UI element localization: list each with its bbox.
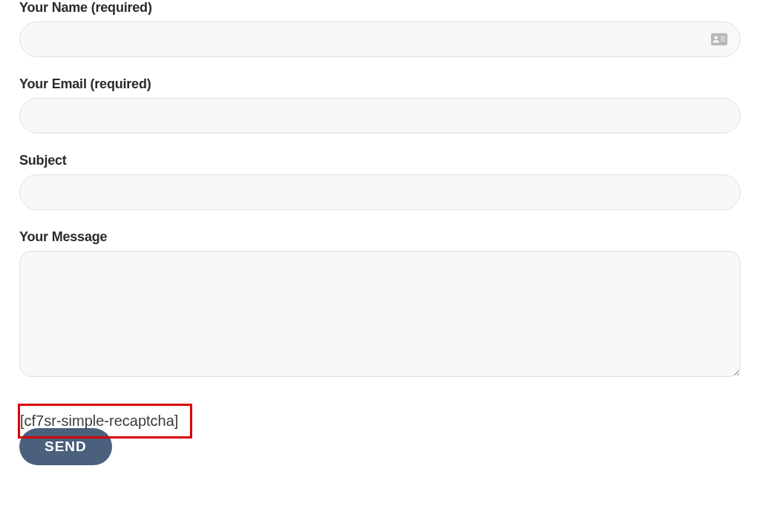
name-label: Your Name (required)	[19, 0, 741, 16]
name-input-wrap	[19, 22, 741, 57]
message-label: Your Message	[19, 229, 741, 245]
message-field-group: Your Message	[19, 229, 741, 380]
subject-input[interactable]	[19, 174, 741, 210]
email-input-wrap	[19, 98, 741, 134]
subject-field-group: Subject	[19, 153, 741, 210]
name-field-group: Your Name (required)	[19, 0, 741, 57]
email-input[interactable]	[19, 98, 741, 134]
captcha-shortcode: [cf7sr-simple-recaptcha]	[18, 404, 192, 439]
subject-input-wrap	[19, 174, 741, 210]
email-label: Your Email (required)	[19, 76, 741, 92]
subject-label: Subject	[19, 153, 741, 168]
name-input[interactable]	[19, 22, 741, 57]
email-field-group: Your Email (required)	[19, 76, 741, 134]
contact-form: Your Name (required) Your Email (require…	[19, 0, 741, 465]
message-textarea[interactable]	[19, 251, 741, 377]
id-card-icon	[711, 33, 727, 46]
